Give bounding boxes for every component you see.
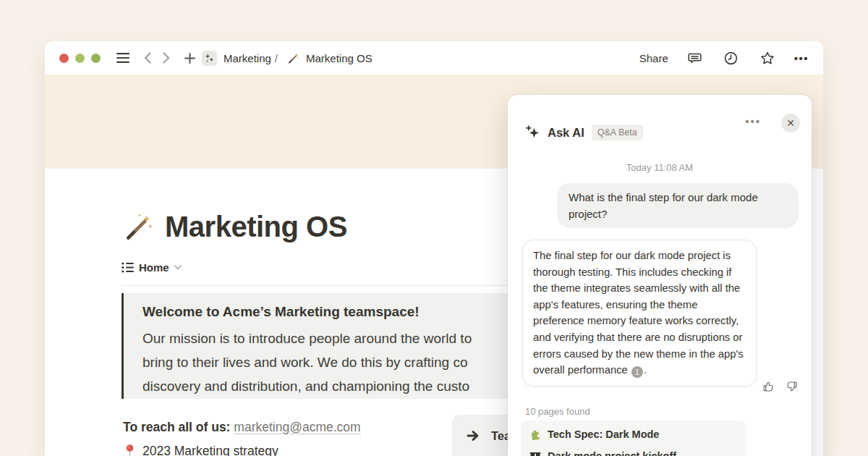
- thumbs-up-icon[interactable]: [762, 380, 775, 393]
- page-result-title: Dark mode project kickoff: [548, 450, 676, 456]
- back-icon[interactable]: [138, 48, 157, 68]
- ask-ai-panel: Ask AI Q&A Beta ••• ✕ Today 11:08 AM Wha…: [508, 95, 812, 456]
- breadcrumb-separator: /: [275, 52, 278, 64]
- panel-close-icon[interactable]: ✕: [781, 114, 800, 132]
- forward-icon[interactable]: [157, 48, 176, 68]
- ai-sparkle-chip-icon: [202, 51, 217, 66]
- ai-sparkle-icon: [525, 125, 540, 140]
- user-message-bubble: What is the final step for our dark mode…: [557, 183, 799, 228]
- ai-message-text: The final step for our dark mode project…: [533, 250, 744, 376]
- minimize-window-button[interactable]: [75, 54, 85, 63]
- new-page-icon[interactable]: [180, 48, 199, 68]
- thumbs-down-icon[interactable]: [785, 380, 798, 393]
- page-result-title: Tech Spec: Dark Mode: [548, 428, 659, 440]
- arrow-right-icon: [467, 429, 481, 442]
- chevron-down-icon: [174, 265, 182, 270]
- page-title-text: Marketing OS: [165, 211, 347, 243]
- toolbar: Marketing / Marketing OS Share •••: [45, 41, 823, 75]
- qa-beta-badge: Q&A Beta: [592, 124, 643, 140]
- tab-home-label: Home: [139, 261, 169, 274]
- ai-message-period: .: [644, 364, 647, 376]
- zoom-window-button[interactable]: [91, 54, 101, 63]
- updates-clock-icon[interactable]: [722, 48, 741, 68]
- contact-label: To reach all of us:: [123, 420, 230, 434]
- wand-page-icon: [284, 48, 302, 68]
- page-result-row[interactable]: Dark mode project kickoff: [525, 445, 742, 456]
- page-result-row[interactable]: Tech Spec: Dark Mode: [525, 423, 742, 445]
- pushpin-icon: [124, 444, 135, 456]
- panel-more-icon[interactable]: •••: [745, 115, 761, 127]
- pages-found-label: 10 pages found: [525, 406, 590, 417]
- sunglasses-icon: [529, 450, 541, 456]
- puzzle-icon: [529, 428, 541, 440]
- citation-badge[interactable]: 1: [631, 366, 643, 378]
- wand-title-icon[interactable]: [123, 212, 153, 242]
- pinned-page-link[interactable]: 2023 Marketing strategy: [124, 444, 278, 456]
- page-title: Marketing OS: [123, 211, 347, 243]
- pages-found-list: Tech Spec: Dark Mode Dark mode project k…: [521, 421, 746, 456]
- ai-message-bubble: The final step for our dark mode project…: [522, 240, 757, 387]
- toolbar-more-icon[interactable]: •••: [794, 52, 809, 64]
- favorite-star-icon[interactable]: [758, 48, 777, 68]
- tab-home[interactable]: Home: [122, 261, 182, 274]
- contact-email-link[interactable]: marketing@acme.com: [234, 420, 360, 434]
- ask-ai-title: Ask AI: [548, 126, 584, 140]
- ask-ai-header: Ask AI Q&A Beta: [525, 124, 643, 140]
- chat-timestamp: Today 11:08 AM: [508, 162, 812, 173]
- breadcrumb-page[interactable]: Marketing OS: [306, 52, 373, 64]
- sidebar-menu-icon[interactable]: [114, 48, 132, 68]
- feedback-buttons: [762, 380, 798, 393]
- user-message-text: What is the final step for our dark mode…: [569, 191, 758, 220]
- window-controls: [59, 54, 101, 63]
- contact-line: To reach all of us: marketing@acme.com: [123, 420, 361, 435]
- close-window-button[interactable]: [59, 54, 69, 63]
- comments-icon[interactable]: [686, 48, 705, 68]
- share-button[interactable]: Share: [639, 52, 668, 64]
- breadcrumb-teamspace[interactable]: Marketing: [224, 52, 271, 64]
- pinned-page-title: 2023 Marketing strategy: [142, 444, 278, 456]
